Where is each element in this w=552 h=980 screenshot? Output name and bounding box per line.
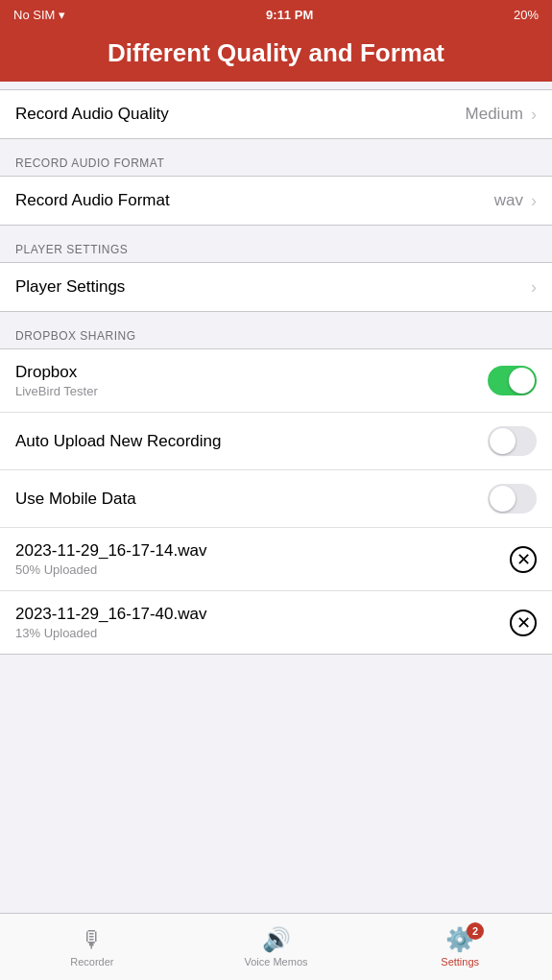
- upload-2-left: 2023-11-29_16-17-40.wav 13% Uploaded: [15, 605, 206, 640]
- audio-quality-chevron: ›: [531, 105, 537, 125]
- page-header: Different Quality and Format: [0, 29, 552, 82]
- tab-voice-memos[interactable]: 🔊 Voice Memos: [184, 926, 369, 968]
- wifi-icon: ▾: [59, 8, 65, 22]
- tab-recorder[interactable]: 🎙 Recorder: [0, 926, 184, 968]
- status-time: 9:11 PM: [266, 8, 313, 22]
- player-settings-section: PLAYER SETTINGS Player Settings ›: [0, 226, 552, 312]
- auto-upload-toggle[interactable]: [488, 426, 537, 456]
- auto-upload-toggle-track: [488, 426, 537, 456]
- upload-1-filename: 2023-11-29_16-17-14.wav: [15, 541, 206, 561]
- player-settings-card: Player Settings ›: [0, 262, 552, 312]
- audio-format-row[interactable]: Record Audio Format wav ›: [0, 177, 552, 225]
- mobile-data-right: [488, 484, 537, 514]
- auto-upload-row: Auto Upload New Recording: [0, 413, 552, 470]
- audio-quality-row[interactable]: Record Audio Quality Medium ›: [0, 90, 552, 138]
- auto-upload-label: Auto Upload New Recording: [15, 432, 222, 451]
- dropbox-section: DROPBOX SHARING Dropbox LiveBird Tester: [0, 312, 552, 655]
- dropbox-toggle-right: [488, 366, 537, 395]
- tab-voice-memos-label: Voice Memos: [244, 956, 307, 968]
- voice-memos-icon: 🔊: [262, 926, 291, 953]
- battery-text: 20%: [514, 8, 539, 22]
- audio-format-section-label: RECORD AUDIO FORMAT: [0, 139, 552, 176]
- mobile-data-toggle-thumb: [490, 486, 516, 512]
- recorder-icon: 🎙: [81, 926, 104, 953]
- mobile-data-toggle-track: [488, 484, 537, 514]
- dropbox-subtitle: LiveBird Tester: [15, 384, 98, 398]
- player-settings-chevron: ›: [531, 277, 537, 298]
- tab-recorder-label: Recorder: [70, 956, 113, 968]
- tab-bar: 🎙 Recorder 🔊 Voice Memos ⚙️ 2 Settings: [0, 913, 552, 980]
- mobile-data-toggle[interactable]: [488, 484, 537, 514]
- dropbox-toggle-thumb: [509, 368, 535, 394]
- spacer-1: [0, 82, 552, 89]
- dropbox-card: Dropbox LiveBird Tester Auto Upload New …: [0, 348, 552, 655]
- player-settings-label: Player Settings: [15, 277, 125, 297]
- mobile-data-row: Use Mobile Data: [0, 470, 552, 528]
- audio-format-value: wav: [494, 191, 523, 210]
- audio-format-section: RECORD AUDIO FORMAT Record Audio Format …: [0, 139, 552, 226]
- audio-format-card: Record Audio Format wav ›: [0, 176, 552, 226]
- status-left: No SIM ▾: [13, 8, 65, 22]
- upload-1-progress: 50% Uploaded: [15, 562, 206, 577]
- mobile-data-left: Use Mobile Data: [15, 490, 136, 509]
- auto-upload-left: Auto Upload New Recording: [15, 432, 222, 451]
- player-settings-right: ›: [529, 277, 537, 298]
- player-settings-left: Player Settings: [15, 277, 125, 297]
- audio-format-chevron: ›: [531, 191, 537, 211]
- page-title: Different Quality and Format: [15, 38, 537, 68]
- upload-1-right: ✕: [510, 546, 537, 573]
- upload-2-row: 2023-11-29_16-17-40.wav 13% Uploaded ✕: [0, 591, 552, 654]
- auto-upload-right: [488, 426, 537, 456]
- upload-1-row: 2023-11-29_16-17-14.wav 50% Uploaded ✕: [0, 528, 552, 591]
- dropbox-label: Dropbox: [15, 363, 98, 382]
- audio-format-right: wav ›: [494, 191, 537, 211]
- mobile-data-label: Use Mobile Data: [15, 490, 136, 509]
- settings-badge-container: ⚙️ 2: [445, 926, 474, 953]
- dropbox-toggle-row: Dropbox LiveBird Tester: [0, 349, 552, 413]
- upload-1-cancel-button[interactable]: ✕: [510, 546, 537, 573]
- upload-1-left: 2023-11-29_16-17-14.wav 50% Uploaded: [15, 541, 206, 577]
- dropbox-left: Dropbox LiveBird Tester: [15, 363, 98, 398]
- player-settings-section-label: PLAYER SETTINGS: [0, 226, 552, 262]
- status-bar: No SIM ▾ 9:11 PM 20%: [0, 0, 552, 29]
- audio-quality-label: Record Audio Quality: [15, 105, 169, 124]
- audio-quality-right: Medium ›: [466, 105, 537, 125]
- upload-2-cancel-button[interactable]: ✕: [510, 610, 537, 636]
- carrier-text: No SIM: [13, 8, 55, 22]
- tab-settings[interactable]: ⚙️ 2 Settings: [368, 926, 552, 968]
- upload-2-right: ✕: [510, 610, 537, 636]
- audio-format-label: Record Audio Format: [15, 191, 170, 210]
- main-content: Record Audio Quality Medium › RECORD AUD…: [0, 82, 552, 731]
- audio-format-left: Record Audio Format: [15, 191, 170, 210]
- audio-quality-left: Record Audio Quality: [15, 105, 169, 124]
- dropbox-section-label: DROPBOX SHARING: [0, 312, 552, 348]
- player-settings-row[interactable]: Player Settings ›: [0, 263, 552, 311]
- dropbox-toggle[interactable]: [488, 366, 537, 395]
- tab-settings-label: Settings: [441, 956, 479, 968]
- status-right: 20%: [514, 8, 539, 22]
- audio-quality-value: Medium: [466, 105, 523, 124]
- settings-badge: 2: [467, 922, 484, 940]
- upload-2-progress: 13% Uploaded: [15, 626, 206, 640]
- dropbox-toggle-track: [488, 366, 537, 395]
- upload-2-filename: 2023-11-29_16-17-40.wav: [15, 605, 206, 624]
- auto-upload-toggle-thumb: [490, 428, 516, 454]
- audio-quality-card: Record Audio Quality Medium ›: [0, 89, 552, 139]
